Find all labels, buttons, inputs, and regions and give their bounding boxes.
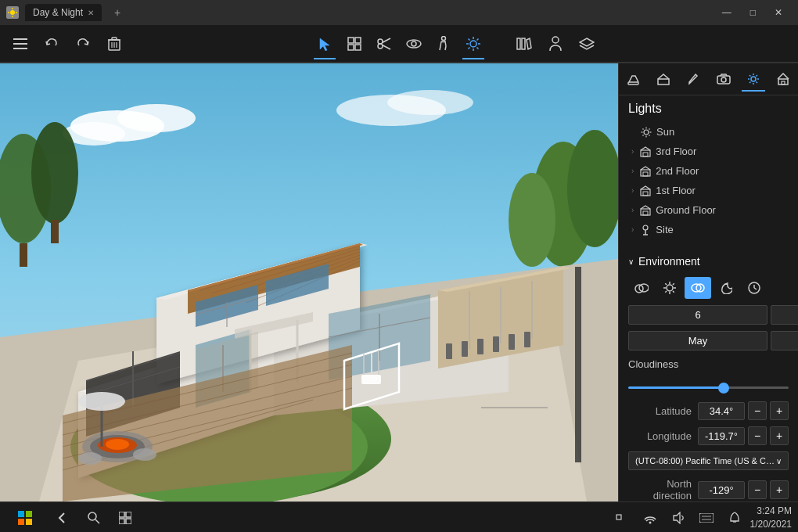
timezone-value: (UTC-08:00) Pacific Time (US & Canada) (635, 456, 776, 466)
overcast-mode-btn[interactable] (628, 277, 655, 299)
maximize-button[interactable]: □ (741, 7, 765, 18)
svg-point-23 (412, 41, 416, 46)
sunny-mode-btn[interactable] (656, 277, 683, 299)
svg-line-174 (95, 519, 99, 523)
latitude-decrease-btn[interactable]: − (748, 401, 767, 420)
notification-area-btn[interactable] (609, 505, 634, 530)
menu-button[interactable] (6, 30, 34, 58)
timezone-dropdown[interactable]: (UTC-08:00) Pacific Time (US & Canada) ∨ (628, 451, 789, 470)
svg-point-173 (88, 512, 96, 520)
task-view-button[interactable] (113, 505, 138, 530)
time-input-row: PM (619, 302, 798, 328)
night-mode-btn[interactable] (713, 277, 739, 299)
svg-line-162 (673, 283, 674, 285)
layers-button[interactable] (573, 30, 601, 58)
add-tab-button[interactable]: + (108, 3, 127, 22)
3rd-floor-label: 3rd Floor (656, 146, 696, 157)
svg-point-49 (509, 173, 555, 267)
svg-rect-114 (524, 332, 530, 347)
3d-viewport[interactable] (0, 63, 618, 501)
svg-point-154 (639, 284, 649, 292)
svg-point-18 (378, 39, 383, 44)
environment-header[interactable]: ∨ Environment (619, 249, 798, 274)
hour-input[interactable] (628, 305, 767, 325)
start-button[interactable] (6, 505, 44, 530)
taskbar-right: 3:24 PM 1/20/2021 (609, 505, 792, 531)
back-button[interactable] (50, 505, 75, 530)
svg-rect-15 (355, 38, 361, 43)
cloudiness-slider[interactable] (628, 386, 789, 389)
svg-line-141 (643, 135, 644, 135)
structure-panel-btn[interactable] (649, 66, 678, 92)
svg-line-21 (383, 45, 391, 49)
day-mode-btn[interactable] (685, 277, 711, 299)
search-taskbar-button[interactable] (81, 505, 106, 530)
svg-point-94 (106, 439, 129, 450)
chevron-right-icon-2: › (631, 167, 634, 175)
clock-mode-btn[interactable] (741, 277, 767, 299)
undo-button[interactable] (38, 30, 66, 58)
latitude-increase-btn[interactable]: + (770, 401, 789, 420)
window-controls: — □ ✕ (713, 7, 792, 18)
library-button[interactable] (510, 30, 538, 58)
ground-floor-item[interactable]: › Ground Floor (619, 200, 798, 220)
components-tool-button[interactable] (340, 30, 368, 58)
svg-line-127 (749, 75, 751, 77)
2nd-floor-item[interactable]: › 2nd Floor (619, 161, 798, 181)
camera-panel-btn[interactable] (709, 66, 739, 92)
svg-rect-147 (643, 192, 648, 196)
ground-floor-label: Ground Floor (656, 204, 716, 216)
walk-tool-button[interactable] (430, 30, 458, 58)
svg-point-122 (751, 77, 756, 81)
month-input[interactable] (628, 331, 767, 350)
paint-bucket-panel-btn[interactable] (619, 66, 649, 92)
svg-rect-118 (628, 82, 638, 84)
environment-section: ∨ Environment (619, 249, 798, 501)
3rd-floor-item[interactable]: › 3rd Floor (619, 142, 798, 161)
lights-header: Lights (619, 95, 798, 122)
redo-button[interactable] (69, 30, 97, 58)
svg-rect-172 (26, 519, 32, 525)
keyboard-icon[interactable] (694, 505, 719, 530)
svg-rect-176 (126, 512, 131, 517)
sun-tool-button[interactable] (459, 30, 487, 58)
pencil-panel-btn[interactable] (678, 66, 708, 92)
latitude-value: 34.4° (698, 402, 745, 420)
taskbar: 3:24 PM 1/20/2021 (0, 501, 798, 532)
svg-rect-112 (493, 336, 499, 352)
close-button[interactable]: ✕ (765, 7, 792, 18)
house-panel-btn[interactable] (768, 66, 798, 92)
toolbar (0, 25, 798, 63)
svg-point-42 (387, 90, 473, 115)
sun-panel-btn[interactable] (739, 66, 768, 92)
titlebar: Day & Night ✕ + — □ ✕ (0, 0, 798, 25)
minute-input[interactable] (771, 305, 798, 325)
tab-close[interactable]: ✕ (88, 9, 94, 17)
site-item[interactable]: › Site (619, 220, 798, 239)
panel-icon-bar (619, 63, 798, 95)
1st-floor-item[interactable]: › 1st Floor (619, 181, 798, 200)
delete-button[interactable] (100, 30, 128, 58)
svg-rect-109 (446, 343, 452, 359)
person-button[interactable] (541, 30, 570, 58)
notification-bell-btn[interactable] (722, 505, 747, 530)
longitude-row: Longitude -119.7° − + (619, 423, 798, 448)
select-tool-button[interactable] (311, 30, 339, 58)
longitude-label: Longitude (628, 430, 692, 442)
volume-icon[interactable] (666, 505, 691, 530)
north-decrease-btn[interactable]: − (748, 480, 767, 499)
longitude-increase-btn[interactable]: + (770, 426, 789, 445)
svg-rect-35 (522, 38, 525, 49)
minimize-button[interactable]: — (713, 7, 741, 18)
north-increase-btn[interactable]: + (770, 480, 789, 499)
clock-date: 1/20/2021 (750, 518, 792, 531)
network-icon[interactable] (638, 505, 663, 530)
chevron-right-icon-5: › (631, 225, 634, 234)
view-tool-button[interactable] (400, 30, 428, 58)
longitude-decrease-btn[interactable]: − (748, 426, 767, 445)
day-input[interactable] (771, 331, 798, 350)
sun-light-item[interactable]: Sun (619, 122, 798, 142)
scissors-tool-button[interactable] (370, 30, 398, 58)
svg-rect-179 (616, 515, 621, 519)
active-tab[interactable]: Day & Night ✕ (25, 4, 102, 21)
